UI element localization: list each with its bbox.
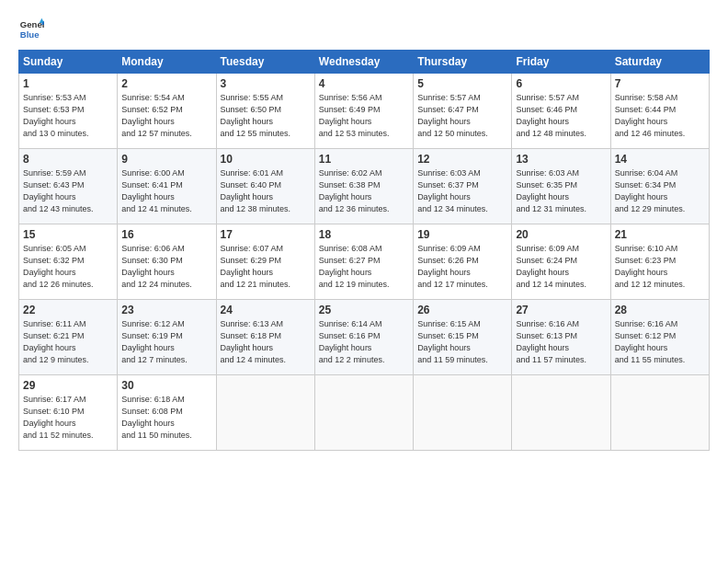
- day-info: Sunrise: 5:53 AMSunset: 6:53 PMDaylight …: [23, 93, 89, 138]
- calendar-cell: 9 Sunrise: 6:00 AMSunset: 6:41 PMDayligh…: [118, 149, 216, 224]
- day-info: Sunrise: 6:17 AMSunset: 6:10 PMDaylight …: [23, 395, 94, 440]
- page-header: General Blue: [18, 17, 710, 42]
- calendar-header-row: SundayMondayTuesdayWednesdayThursdayFrid…: [19, 51, 710, 74]
- calendar-cell: [414, 375, 512, 451]
- day-number: 9: [121, 153, 211, 166]
- logo: General Blue: [18, 17, 44, 42]
- day-number: 16: [121, 228, 211, 241]
- calendar-header-sunday: Sunday: [19, 51, 118, 74]
- calendar-cell: 2 Sunrise: 5:54 AMSunset: 6:52 PMDayligh…: [118, 74, 216, 149]
- calendar-cell: 10 Sunrise: 6:01 AMSunset: 6:40 PMDaylig…: [216, 149, 314, 224]
- calendar-cell: [216, 375, 314, 451]
- calendar-cell: 22 Sunrise: 6:11 AMSunset: 6:21 PMDaylig…: [19, 300, 118, 375]
- calendar-cell: 27 Sunrise: 6:16 AMSunset: 6:13 PMDaylig…: [512, 300, 610, 375]
- calendar-cell: 29 Sunrise: 6:17 AMSunset: 6:10 PMDaylig…: [19, 375, 118, 451]
- calendar-cell: 14 Sunrise: 6:04 AMSunset: 6:34 PMDaylig…: [610, 149, 709, 224]
- day-info: Sunrise: 6:06 AMSunset: 6:30 PMDaylight …: [121, 244, 192, 289]
- day-number: 22: [23, 304, 113, 316]
- calendar-header-friday: Friday: [512, 51, 610, 74]
- calendar-cell: 21 Sunrise: 6:10 AMSunset: 6:23 PMDaylig…: [610, 224, 709, 300]
- day-info: Sunrise: 5:57 AMSunset: 6:47 PMDaylight …: [417, 93, 488, 138]
- day-info: Sunrise: 6:03 AMSunset: 6:35 PMDaylight …: [516, 168, 586, 213]
- calendar-week-4: 22 Sunrise: 6:11 AMSunset: 6:21 PMDaylig…: [19, 300, 710, 375]
- calendar-week-5: 29 Sunrise: 6:17 AMSunset: 6:10 PMDaylig…: [19, 375, 710, 451]
- calendar-cell: 30 Sunrise: 6:18 AMSunset: 6:08 PMDaylig…: [118, 375, 216, 451]
- day-number: 3: [221, 77, 311, 90]
- calendar-cell: 6 Sunrise: 5:57 AMSunset: 6:46 PMDayligh…: [512, 74, 610, 149]
- calendar-cell: 3 Sunrise: 5:55 AMSunset: 6:50 PMDayligh…: [216, 74, 314, 149]
- day-number: 7: [615, 77, 705, 90]
- day-info: Sunrise: 6:16 AMSunset: 6:12 PMDaylight …: [615, 319, 686, 364]
- svg-text:Blue: Blue: [20, 29, 40, 40]
- day-number: 15: [23, 228, 113, 241]
- day-number: 19: [417, 228, 507, 241]
- day-info: Sunrise: 6:10 AMSunset: 6:23 PMDaylight …: [615, 244, 686, 289]
- calendar-cell: 17 Sunrise: 6:07 AMSunset: 6:29 PMDaylig…: [216, 224, 314, 300]
- day-number: 8: [23, 153, 113, 166]
- day-number: 29: [23, 379, 113, 392]
- calendar-cell: 15 Sunrise: 6:05 AMSunset: 6:32 PMDaylig…: [19, 224, 118, 300]
- calendar-table: SundayMondayTuesdayWednesdayThursdayFrid…: [18, 50, 710, 451]
- day-number: 20: [516, 228, 606, 241]
- calendar-cell: 16 Sunrise: 6:06 AMSunset: 6:30 PMDaylig…: [118, 224, 216, 300]
- day-info: Sunrise: 6:13 AMSunset: 6:18 PMDaylight …: [221, 319, 287, 364]
- day-number: 14: [615, 153, 705, 166]
- day-info: Sunrise: 5:58 AMSunset: 6:44 PMDaylight …: [615, 93, 686, 138]
- day-number: 27: [516, 304, 606, 316]
- calendar-header-monday: Monday: [118, 51, 216, 74]
- day-number: 6: [516, 77, 606, 90]
- calendar-cell: 11 Sunrise: 6:02 AMSunset: 6:38 PMDaylig…: [314, 149, 413, 224]
- day-info: Sunrise: 6:08 AMSunset: 6:27 PMDaylight …: [319, 244, 390, 289]
- day-number: 21: [615, 228, 705, 241]
- day-number: 26: [417, 304, 507, 316]
- calendar-cell: 28 Sunrise: 6:16 AMSunset: 6:12 PMDaylig…: [610, 300, 709, 375]
- calendar-cell: 12 Sunrise: 6:03 AMSunset: 6:37 PMDaylig…: [414, 149, 512, 224]
- calendar-cell: 23 Sunrise: 6:12 AMSunset: 6:19 PMDaylig…: [118, 300, 216, 375]
- day-info: Sunrise: 6:11 AMSunset: 6:21 PMDaylight …: [23, 319, 89, 364]
- day-info: Sunrise: 6:09 AMSunset: 6:24 PMDaylight …: [516, 244, 586, 289]
- day-number: 5: [417, 77, 507, 90]
- day-number: 28: [615, 304, 705, 316]
- calendar-header-saturday: Saturday: [610, 51, 709, 74]
- calendar-cell: 26 Sunrise: 6:15 AMSunset: 6:15 PMDaylig…: [414, 300, 512, 375]
- day-info: Sunrise: 5:57 AMSunset: 6:46 PMDaylight …: [516, 93, 586, 138]
- calendar-cell: 4 Sunrise: 5:56 AMSunset: 6:49 PMDayligh…: [314, 74, 413, 149]
- day-info: Sunrise: 5:54 AMSunset: 6:52 PMDaylight …: [121, 93, 192, 138]
- calendar-cell: 13 Sunrise: 6:03 AMSunset: 6:35 PMDaylig…: [512, 149, 610, 224]
- calendar-cell: [314, 375, 413, 451]
- calendar-cell: 20 Sunrise: 6:09 AMSunset: 6:24 PMDaylig…: [512, 224, 610, 300]
- day-info: Sunrise: 6:18 AMSunset: 6:08 PMDaylight …: [121, 395, 192, 440]
- day-info: Sunrise: 6:04 AMSunset: 6:34 PMDaylight …: [615, 168, 686, 213]
- calendar-cell: 7 Sunrise: 5:58 AMSunset: 6:44 PMDayligh…: [610, 74, 709, 149]
- calendar-header-wednesday: Wednesday: [314, 51, 413, 74]
- day-number: 25: [319, 304, 409, 316]
- logo-icon: General Blue: [18, 17, 44, 42]
- calendar-cell: 25 Sunrise: 6:14 AMSunset: 6:16 PMDaylig…: [314, 300, 413, 375]
- day-info: Sunrise: 6:00 AMSunset: 6:41 PMDaylight …: [121, 168, 192, 213]
- day-info: Sunrise: 6:09 AMSunset: 6:26 PMDaylight …: [417, 244, 488, 289]
- day-info: Sunrise: 6:07 AMSunset: 6:29 PMDaylight …: [221, 244, 291, 289]
- day-number: 12: [417, 153, 507, 166]
- day-info: Sunrise: 6:01 AMSunset: 6:40 PMDaylight …: [221, 168, 291, 213]
- day-info: Sunrise: 6:14 AMSunset: 6:16 PMDaylight …: [319, 319, 385, 364]
- day-number: 30: [121, 379, 211, 392]
- day-info: Sunrise: 6:12 AMSunset: 6:19 PMDaylight …: [121, 319, 188, 364]
- day-number: 2: [121, 77, 211, 90]
- calendar-cell: 5 Sunrise: 5:57 AMSunset: 6:47 PMDayligh…: [414, 74, 512, 149]
- calendar-cell: [610, 375, 709, 451]
- day-number: 4: [319, 77, 409, 90]
- calendar-cell: 1 Sunrise: 5:53 AMSunset: 6:53 PMDayligh…: [19, 74, 118, 149]
- day-info: Sunrise: 6:02 AMSunset: 6:38 PMDaylight …: [319, 168, 390, 213]
- day-number: 1: [23, 77, 113, 90]
- calendar-week-1: 1 Sunrise: 5:53 AMSunset: 6:53 PMDayligh…: [19, 74, 710, 149]
- day-info: Sunrise: 6:03 AMSunset: 6:37 PMDaylight …: [417, 168, 488, 213]
- calendar-week-2: 8 Sunrise: 5:59 AMSunset: 6:43 PMDayligh…: [19, 149, 710, 224]
- calendar-cell: 8 Sunrise: 5:59 AMSunset: 6:43 PMDayligh…: [19, 149, 118, 224]
- day-info: Sunrise: 6:16 AMSunset: 6:13 PMDaylight …: [516, 319, 586, 364]
- day-number: 11: [319, 153, 409, 166]
- calendar-week-3: 15 Sunrise: 6:05 AMSunset: 6:32 PMDaylig…: [19, 224, 710, 300]
- day-number: 13: [516, 153, 606, 166]
- day-number: 17: [221, 228, 311, 241]
- calendar-cell: [512, 375, 610, 451]
- day-number: 23: [121, 304, 211, 316]
